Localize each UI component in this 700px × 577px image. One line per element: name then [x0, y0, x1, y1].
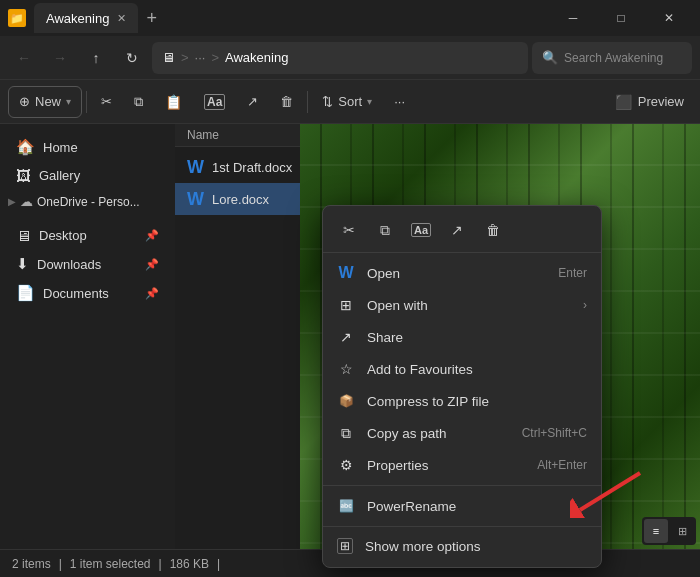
sidebar: 🏠 Home 🖼 Gallery ▶ ☁ OneDrive - Perso...… [0, 124, 175, 549]
ctx-share-btn[interactable]: ↗ [441, 216, 473, 244]
ctx-openwith-label: Open with [367, 298, 571, 313]
sort-label: Sort [338, 94, 362, 109]
sidebar-item-documents[interactable]: 📄 Documents 📌 [4, 279, 171, 307]
search-text: Search Awakening [564, 51, 663, 65]
sort-icon: ⇅ [322, 94, 333, 109]
path-separator2: > [211, 50, 219, 65]
cut-button[interactable]: ✂ [91, 86, 122, 118]
active-tab[interactable]: Awakening ✕ [34, 3, 138, 33]
more-icon: ··· [394, 94, 405, 109]
new-tab-btn[interactable]: + [146, 8, 157, 29]
paste-button[interactable]: 📋 [155, 86, 192, 118]
documents-icon: 📄 [16, 284, 35, 302]
sidebar-label-downloads: Downloads [37, 257, 101, 272]
ctx-copy-path[interactable]: ⧉ Copy as path Ctrl+Shift+C [323, 417, 601, 449]
sidebar-item-desktop[interactable]: 🖥 Desktop 📌 [4, 222, 171, 249]
sidebar-group-onedrive[interactable]: ▶ ☁ OneDrive - Perso... [0, 190, 175, 213]
ctx-copypath-shortcut: Ctrl+Shift+C [522, 426, 587, 440]
svg-line-1 [580, 473, 640, 510]
ctx-compress-icon: 📦 [337, 392, 355, 410]
up-btn[interactable]: ↑ [80, 42, 112, 74]
ctx-rename-btn[interactable]: Aa [405, 216, 437, 244]
close-btn[interactable]: ✕ [646, 3, 692, 33]
sidebar-item-home[interactable]: 🏠 Home [4, 133, 171, 161]
sidebar-label-onedrive: OneDrive - Perso... [37, 195, 140, 209]
status-sep-1: | [59, 557, 62, 571]
preview-button[interactable]: ⬛ Preview [607, 86, 692, 118]
status-size: 186 KB [170, 557, 209, 571]
copy-button[interactable]: ⧉ [124, 86, 153, 118]
downloads-icon: ⬇ [16, 255, 29, 273]
ctx-compress-label: Compress to ZIP file [367, 394, 587, 409]
new-label: New [35, 94, 61, 109]
onedrive-icon: ☁ [20, 194, 33, 209]
status-selected: 1 item selected [70, 557, 151, 571]
maximize-btn[interactable]: □ [598, 3, 644, 33]
ctx-properties[interactable]: ⚙ Properties Alt+Enter [323, 449, 601, 481]
ctx-open[interactable]: W Open Enter [323, 257, 601, 289]
ctx-showmore-label: Show more options [365, 539, 587, 554]
share-icon: ↗ [247, 94, 258, 109]
refresh-icon: ↻ [126, 50, 138, 66]
ctx-favourites[interactable]: ☆ Add to Favourites [323, 353, 601, 385]
ctx-cut-icon: ✂ [343, 222, 355, 238]
paste-icon: 📋 [165, 94, 182, 110]
grid-view-btn[interactable]: ⊞ [670, 519, 694, 543]
ctx-copy-btn[interactable]: ⧉ [369, 216, 401, 244]
minimize-btn[interactable]: ─ [550, 3, 596, 33]
list-view-btn[interactable]: ≡ [644, 519, 668, 543]
sort-button[interactable]: ⇅ Sort ▾ [312, 86, 382, 118]
ctx-copypath-label: Copy as path [367, 426, 510, 441]
new-button[interactable]: ⊕ New ▾ [8, 86, 82, 118]
toolbar-separator-1 [86, 91, 87, 113]
ctx-props-icon: ⚙ [337, 456, 355, 474]
ctx-powerrename-icon: 🔤 [337, 497, 355, 515]
ctx-cut-btn[interactable]: ✂ [333, 216, 365, 244]
delete-button[interactable]: 🗑 [270, 86, 303, 118]
back-icon: ← [17, 50, 31, 66]
ctx-props-label: Properties [367, 458, 525, 473]
path-current: Awakening [225, 50, 288, 65]
path-dots: ··· [195, 50, 206, 65]
desktop-pin-icon: 📌 [145, 229, 159, 242]
ctx-share-icon2: ↗ [337, 328, 355, 346]
rename-icon: Aa [204, 94, 225, 110]
sidebar-label-documents: Documents [43, 286, 109, 301]
more-button[interactable]: ··· [384, 86, 415, 118]
sidebar-item-gallery[interactable]: 🖼 Gallery [4, 162, 171, 189]
ctx-show-more[interactable]: ⊞ Show more options [323, 531, 601, 561]
context-mini-toolbar: ✂ ⧉ Aa ↗ 🗑 [323, 212, 601, 253]
word-icon-1: W [187, 157, 204, 178]
downloads-pin-icon: 📌 [145, 258, 159, 271]
share-button[interactable]: ↗ [237, 86, 268, 118]
sidebar-label-home: Home [43, 140, 78, 155]
ctx-share-icon: ↗ [451, 222, 463, 238]
rename-button[interactable]: Aa [194, 86, 235, 118]
refresh-btn[interactable]: ↻ [116, 42, 148, 74]
ctx-showmore-icon: ⊞ [337, 538, 353, 554]
tab-close-btn[interactable]: ✕ [117, 12, 126, 25]
search-box[interactable]: 🔍 Search Awakening [532, 42, 692, 74]
ctx-compress[interactable]: 📦 Compress to ZIP file [323, 385, 601, 417]
window-controls: ─ □ ✕ [550, 3, 692, 33]
title-bar: 📁 Awakening ✕ + ─ □ ✕ [0, 0, 700, 36]
new-chevron: ▾ [66, 96, 71, 107]
toolbar: ⊕ New ▾ ✂ ⧉ 📋 Aa ↗ 🗑 ⇅ Sort ▾ ··· ⬛ Prev… [0, 80, 700, 124]
ctx-rename-icon: Aa [411, 223, 431, 237]
ctx-delete-btn[interactable]: 🗑 [477, 216, 509, 244]
forward-icon: → [53, 50, 67, 66]
ctx-open-with[interactable]: ⊞ Open with › [323, 289, 601, 321]
documents-pin-icon: 📌 [145, 287, 159, 300]
search-icon: 🔍 [542, 50, 558, 65]
back-btn[interactable]: ← [8, 42, 40, 74]
address-path[interactable]: 🖥 > ··· > Awakening [152, 42, 528, 74]
forward-btn[interactable]: → [44, 42, 76, 74]
ctx-powerrename[interactable]: 🔤 PowerRename [323, 490, 601, 522]
up-icon: ↑ [93, 50, 100, 66]
tab-title: Awakening [46, 11, 109, 26]
sidebar-item-downloads[interactable]: ⬇ Downloads 📌 [4, 250, 171, 278]
sidebar-label-desktop: Desktop [39, 228, 87, 243]
ctx-share[interactable]: ↗ Share [323, 321, 601, 353]
new-plus-icon: ⊕ [19, 94, 30, 109]
app-icon: 📁 [8, 9, 26, 27]
